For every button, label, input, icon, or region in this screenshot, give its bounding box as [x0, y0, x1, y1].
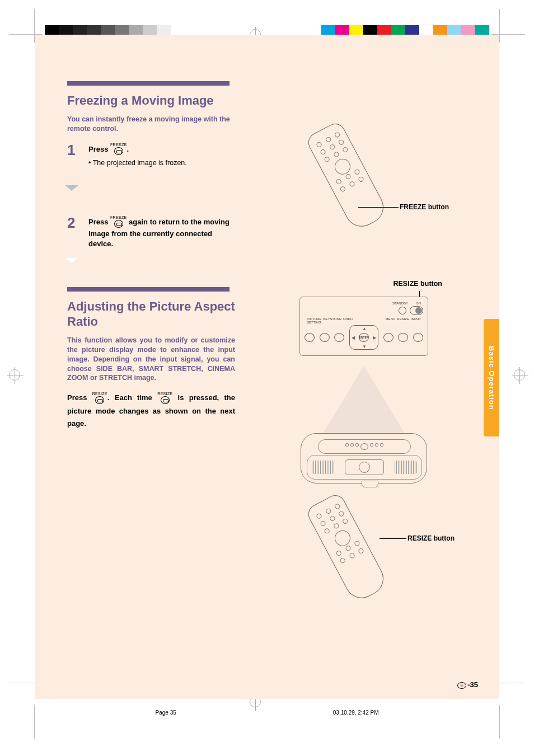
press-instruction: Press RESIZE. Each time RESIZE is presse…: [67, 392, 235, 430]
remote-illustration: FREEZE button: [308, 123, 420, 235]
panel-label: PICTURE SETTING: [307, 317, 321, 324]
section-divider: [67, 81, 229, 86]
callout-resize-top: RESIZE button: [274, 280, 453, 288]
panel-label: MENU: [386, 317, 396, 324]
callout-line: [358, 207, 399, 208]
undo-button-icon: [334, 333, 344, 342]
callout-line: [380, 538, 406, 539]
callout-resize-bottom: RESIZE button: [407, 534, 455, 542]
footer-timestamp: 03.10.29, 2:42 PM: [333, 710, 379, 716]
control-panel-illustration: STANDBY ON PICTURE SETTING KEYSTONE UNDO…: [299, 297, 428, 356]
step-text: Press FREEZE.: [88, 145, 129, 153]
page-number: E-35: [457, 680, 478, 689]
step-2: 2 Press FREEZE again to return to the mo…: [67, 215, 235, 264]
step-1: 1 Press FREEZE. The projected image is f…: [67, 143, 235, 191]
section-tab: Basic Operation: [484, 319, 499, 436]
panel-label: RESIZE: [397, 317, 409, 324]
menu-button-icon: [383, 333, 394, 342]
footer-page: Page 35: [156, 710, 176, 716]
callout-freeze: FREEZE button: [400, 203, 449, 211]
step-number: 2: [67, 215, 88, 230]
registration-mark: [9, 369, 20, 381]
resize-button-icon: RESIZE: [92, 392, 107, 405]
step-number: 1: [67, 143, 88, 157]
remote-illustration: RESIZE button: [308, 495, 420, 618]
freeze-button-icon: FREEZE: [110, 215, 127, 229]
resize-button-icon: RESIZE: [157, 392, 172, 405]
chevron-down-icon: [65, 258, 78, 264]
panel-label: UNDO: [343, 317, 353, 324]
panel-label: ON: [416, 302, 421, 305]
section-title-freeze: Freezing a Moving Image: [67, 93, 235, 108]
resize-button-icon: [398, 333, 408, 342]
input-button-icon: [413, 333, 423, 342]
freeze-button-icon: FREEZE: [110, 143, 127, 156]
section-tab-label: Basic Operation: [488, 346, 496, 410]
section-divider: [67, 287, 229, 292]
section-intro-freeze: You can instantly freeze a moving image …: [67, 115, 235, 134]
crop-mark: [499, 9, 500, 43]
keystone-button-icon: [320, 333, 330, 342]
picture-setting-button-icon: [305, 333, 315, 342]
on-switch-icon: [410, 306, 423, 315]
section-intro-aspect: This function allows you to modify or cu…: [67, 336, 235, 383]
right-column: FREEZE button RESIZE button STANDBY ON P…: [274, 123, 453, 629]
step-bullet: The projected image is frozen.: [88, 158, 235, 168]
projector-illustration: [294, 366, 434, 483]
footer-meta: Page 35 03.10.29, 2:42 PM: [0, 710, 534, 716]
left-column: Freezing a Moving Image You can instantl…: [67, 81, 235, 430]
panel-label: STANDBY: [392, 302, 408, 305]
chevron-down-icon: [65, 185, 78, 191]
step-text: Press FREEZE again to return to the movi…: [88, 218, 229, 248]
section-title-aspect: Adjusting the Picture Aspect Ratio: [67, 299, 235, 329]
panel-label: KEYSTONE: [323, 317, 341, 324]
standby-button-icon: [399, 307, 406, 314]
panel-label: INPUT: [411, 317, 421, 324]
dpad-icon: ▲▼◀▶ ENTER: [349, 325, 378, 350]
registration-mark: [514, 369, 525, 381]
